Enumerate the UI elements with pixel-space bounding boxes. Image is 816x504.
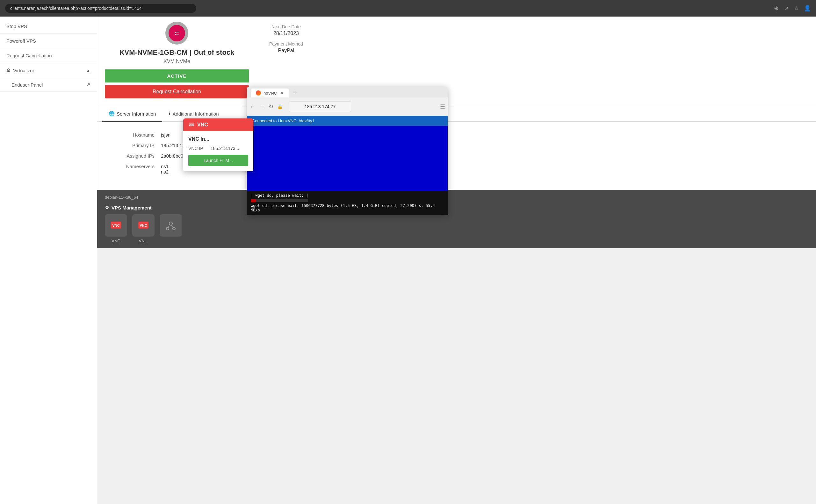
svg-point-6	[169, 222, 172, 225]
info-icon: ℹ	[168, 111, 170, 117]
sidebar-item-request-cancellation[interactable]: Request Cancellation	[0, 48, 97, 63]
popup-url-text: 185.213.174.77	[305, 104, 336, 109]
vnc-card2-label: VN...	[132, 238, 154, 243]
vps-management-section: debian-11-x86_64 ⚙ VPS Management VNC	[97, 190, 816, 248]
translate-icon[interactable]: ⊕	[774, 5, 779, 12]
vnc-modal-title: VNC	[197, 122, 208, 128]
product-name: KVM-NVME-1GB-CM | Out of stock	[105, 48, 249, 57]
progress-bar-inner	[251, 199, 256, 202]
os-label: debian-11-x86_64	[105, 195, 808, 200]
product-avatar: ⊂	[165, 22, 188, 45]
assigned-ips-label: Assigned IPs	[110, 153, 161, 159]
popup-url-bar[interactable]: 185.213.174.77	[289, 101, 351, 112]
primary-ip-label: Primary IP	[110, 143, 161, 148]
profile-icon[interactable]: 👤	[804, 5, 811, 12]
vnc-screen: | wget dd, please wait: | wget dd, pleas…	[247, 126, 448, 215]
popup-tabs: noVNC ✕ +	[247, 87, 448, 97]
hostname-value: jsjsn	[161, 132, 170, 138]
svg-text:VNC: VNC	[112, 224, 119, 227]
gear-icon: ⚙	[105, 205, 109, 210]
popup-add-tab[interactable]: +	[292, 90, 299, 96]
ns1-value: ns1	[161, 164, 168, 169]
bookmark-icon[interactable]: ☆	[794, 5, 799, 12]
popup-back-button[interactable]: ←	[250, 103, 255, 110]
popup-forward-button[interactable]: →	[259, 103, 265, 110]
share-icon[interactable]: ↗	[784, 5, 789, 12]
payment-method-value: PayPal	[269, 48, 303, 53]
vnc-card-vnc[interactable]: VNC VNC	[105, 214, 127, 243]
svg-line-10	[171, 225, 174, 227]
vnc-modal: VNC VNC VNC In... VNC IP 185.213.173... …	[183, 118, 253, 171]
svg-text:VNC: VNC	[189, 124, 194, 126]
svg-text:VNC: VNC	[139, 224, 147, 227]
popup-nav-bar: ← → ↻ 🔒 185.213.174.77 ☰	[247, 97, 448, 116]
terminal-line1: | wget dd, please wait: |	[251, 193, 444, 198]
ns2-value: ns2	[161, 169, 168, 174]
vps-management-label: VPS Management	[111, 205, 152, 210]
popup-tab-label: noVNC	[264, 91, 277, 96]
sidebar-item-poweroff-vps[interactable]: Poweroff VPS	[0, 34, 97, 48]
browser-chrome: clients.naranja.tech/clientarea.php?acti…	[0, 0, 816, 17]
security-icon: 🔒	[277, 104, 283, 109]
popup-tab-novnc[interactable]: noVNC ✕	[251, 89, 289, 97]
vnc-modal-body: VNC In... VNC IP 185.213.173... Launch H…	[183, 131, 253, 171]
vnc-ip-label: VNC IP	[188, 146, 211, 151]
tab-additional-label: Additional Information	[172, 111, 219, 117]
connected-bar: Connected to LinuxVNC: /dev/tty1	[247, 116, 448, 126]
status-badge: ACTIVE	[105, 69, 249, 82]
next-due-value: 28/11/2023	[269, 31, 303, 36]
vnc-card-label: VNC	[105, 238, 127, 243]
vps-management-title: ⚙ VPS Management	[105, 205, 808, 210]
terminal-panel: | wget dd, please wait: | wget dd, pleas…	[247, 191, 448, 215]
noVNC-popup: noVNC ✕ + ← → ↻ 🔒 185.213.174.77 ☰ Conne…	[247, 87, 448, 215]
network-icon-box	[160, 214, 182, 237]
virtualizor-label: Virtualizor	[13, 68, 34, 73]
vnc-icon-box: VNC	[105, 214, 127, 237]
vnc-info-title: VNC In...	[188, 136, 248, 142]
url-bar[interactable]: clients.naranja.tech/clientarea.php?acti…	[5, 4, 196, 13]
hostname-label: Hostname	[110, 132, 161, 138]
nameservers-label: Nameservers	[110, 164, 161, 174]
tab-server-information[interactable]: 🌐 Server Information	[102, 106, 162, 122]
sidebar-item-stop-vps[interactable]: Stop VPS	[0, 19, 97, 34]
vnc-display: | wget dd, please wait: | wget dd, pleas…	[247, 126, 448, 215]
collapse-icon: ▲	[86, 68, 90, 73]
sidebar: Stop VPS Poweroff VPS Request Cancellati…	[0, 17, 97, 504]
debian-logo-svg: ⊂	[168, 24, 186, 42]
launch-htm-button[interactable]: Launch HTM...	[188, 155, 248, 166]
sidebar-virtualizor-section[interactable]: ⚙ Virtualizor ▲	[0, 63, 97, 78]
svg-line-9	[167, 225, 171, 227]
popup-menu-icon[interactable]: ☰	[440, 103, 445, 110]
payment-method-label: Payment Method	[269, 41, 303, 46]
popup-refresh-button[interactable]: ↻	[269, 103, 273, 110]
progress-bar-outer	[251, 199, 308, 202]
vnc-modal-icon: VNC	[188, 122, 195, 128]
nameservers-value: ns1 ns2	[161, 164, 168, 174]
vnc-ip-value: 185.213.173...	[211, 146, 239, 151]
svg-point-7	[166, 227, 169, 230]
product-card: ⊂ KVM-NVME-1GB-CM | Out of stock KVM NVM…	[97, 17, 257, 106]
globe-icon: 🌐	[109, 111, 115, 117]
virtualizor-icon: ⚙	[6, 67, 11, 73]
vnc-card-network[interactable]	[160, 214, 182, 243]
svg-point-8	[173, 227, 175, 230]
svg-text:⊂: ⊂	[174, 29, 180, 37]
browser-actions: ⊕ ↗ ☆ 👤	[774, 5, 811, 12]
external-link-icon: ↗	[86, 82, 90, 88]
billing-info: Next Due Date 28/11/2023 Payment Method …	[257, 17, 316, 66]
vnc-icon2-box: VNC	[132, 214, 154, 237]
main-panel: ⊂ KVM-NVME-1GB-CM | Out of stock KVM NVM…	[97, 17, 816, 504]
vnc-ip-row: VNC IP 185.213.173...	[188, 146, 248, 151]
vnc-card-vn2[interactable]: VNC VN...	[132, 214, 154, 243]
sidebar-enduser-panel[interactable]: Enduser Panel ↗	[0, 78, 97, 92]
terminal-line2: wget dd, please wait: 1506377728 bytes (…	[251, 203, 444, 212]
vnc-items-row: VNC VNC VNC VN...	[105, 214, 808, 243]
firefox-icon	[256, 90, 261, 96]
enduser-panel-label: Enduser Panel	[11, 82, 43, 88]
tab-server-info-label: Server Information	[117, 111, 156, 117]
product-type: KVM NVMe	[105, 59, 249, 64]
next-due-label: Next Due Date	[269, 24, 303, 29]
vnc-modal-header: VNC VNC	[183, 118, 253, 131]
cancel-button[interactable]: Request Cancellation	[105, 85, 249, 98]
popup-tab-close[interactable]: ✕	[280, 91, 284, 96]
